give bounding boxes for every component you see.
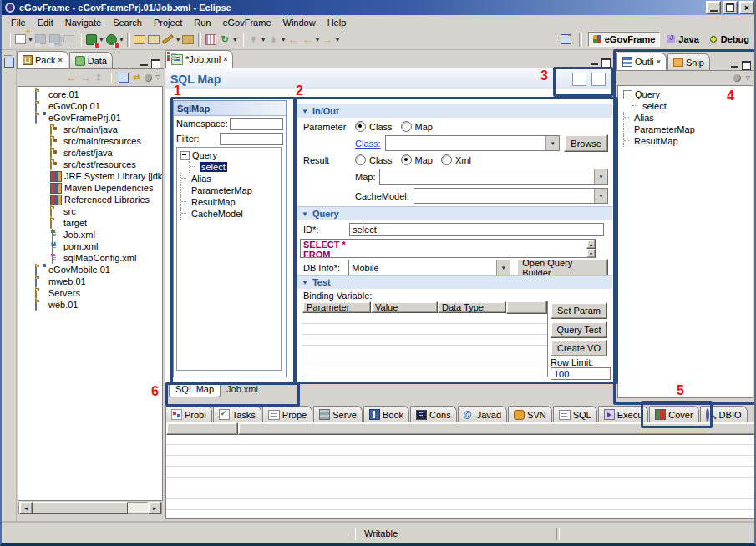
tab-javadoc[interactable]: Javad [458, 406, 507, 422]
id-input[interactable]: select [349, 223, 604, 236]
tree-item[interactable]: eGovCop.01 [18, 100, 162, 112]
new-wizard-dropdown[interactable]: ▼ [28, 37, 33, 43]
new-wizard-button[interactable] [13, 33, 28, 47]
result-map-radio[interactable] [401, 154, 412, 165]
run-button[interactable] [104, 33, 119, 47]
tab-svn[interactable]: SVN [508, 406, 552, 422]
fast-view-handle[interactable] [4, 53, 12, 56]
param-class-radio[interactable] [355, 121, 366, 132]
collapse-expander-icon[interactable] [180, 151, 190, 160]
tab-job-xml-source[interactable]: Job.xml [221, 382, 264, 397]
dropdown-arrow-icon[interactable]: ▼ [594, 189, 607, 203]
collapse-triangle-icon[interactable]: ▼ [302, 279, 308, 286]
open-resource-button[interactable] [181, 33, 195, 47]
list-layout-icon[interactable] [591, 73, 606, 86]
class-link[interactable]: Class: [355, 139, 381, 149]
result-class-radio[interactable] [355, 154, 366, 165]
tree-item[interactable]: Maven Dependencies [18, 182, 162, 194]
tab-sql[interactable]: SQL [553, 406, 597, 422]
tab-sqlmap-design[interactable]: SQL Map [169, 382, 221, 397]
dropdown-arrow-icon[interactable]: ▼ [594, 169, 607, 184]
tree-item-parametermap[interactable]: ParameterMap [180, 185, 281, 196]
param-map-radio[interactable] [401, 121, 412, 132]
perspective-java[interactable]: J Java [663, 33, 702, 46]
refresh-button[interactable]: ↻ [218, 33, 232, 47]
next-annotation-dropdown[interactable]: ▼ [281, 37, 287, 43]
close-button[interactable]: × [739, 1, 754, 14]
tree-item[interactable]: eGovMobile.01 [18, 264, 162, 276]
tab-dbio[interactable]: DBIO [700, 406, 748, 422]
filter-input[interactable] [220, 133, 284, 145]
tab-outline[interactable]: Outli × [616, 53, 667, 70]
class-combo[interactable]: ▼ [385, 135, 561, 151]
collapse-expander-icon[interactable] [623, 90, 632, 99]
menu-edit[interactable]: Edit [32, 18, 59, 28]
spin-up-icon[interactable]: ▲ [586, 240, 596, 249]
tree-item[interactable]: src/main/java [18, 124, 162, 135]
tree-item-select[interactable]: select [180, 161, 281, 173]
save-all-button[interactable] [48, 33, 62, 47]
tree-item[interactable]: JRE System Library [jdk [18, 170, 162, 182]
save-button[interactable] [33, 33, 48, 47]
tree-item[interactable]: Referenced Libraries [18, 194, 162, 205]
binding-table-body[interactable] [302, 313, 547, 376]
menu-navigate[interactable]: Navigate [59, 18, 107, 28]
forward-nav-icon[interactable]: → [81, 73, 91, 83]
tree-item[interactable]: src/main/resources [18, 135, 162, 147]
back-nav-icon[interactable]: ← [67, 73, 77, 83]
perspective-egovframe[interactable]: eGovFrame [588, 32, 661, 47]
horizontal-scrollbar[interactable]: ◄ ► [18, 502, 162, 514]
menu-help[interactable]: Help [322, 18, 353, 28]
tree-item-alias[interactable]: Alias [623, 112, 753, 124]
prev-annotation-button[interactable]: ↟ [246, 33, 261, 47]
print-button[interactable] [62, 33, 76, 47]
tree-item-resultmap[interactable]: ResultMap [623, 135, 753, 147]
back-alt-button[interactable]: ← [301, 33, 315, 47]
tab-package-explorer[interactable]: Pack × [17, 51, 68, 68]
collapse-all-icon[interactable]: − [119, 73, 129, 83]
collapse-triangle-icon[interactable]: ▼ [302, 108, 308, 115]
minimize-editor-icon[interactable] [591, 61, 598, 65]
detail-layout-icon[interactable] [572, 73, 586, 86]
tree-item[interactable]: pom.xml [18, 240, 162, 252]
set-param-button[interactable]: Set Param [551, 302, 607, 319]
spin-down-icon[interactable]: ▼ [586, 249, 596, 258]
cachemodel-combo[interactable]: ▼ [414, 188, 608, 204]
external-tools-dropdown[interactable]: ▼ [99, 37, 104, 43]
perspective-debug[interactable]: Debug [706, 33, 753, 46]
prev-annotation-dropdown[interactable]: ▼ [261, 37, 266, 43]
link-with-editor-icon[interactable]: ⇄ [133, 73, 140, 82]
plugin-button[interactable] [204, 33, 218, 47]
tree-item[interactable]: src/test/java [18, 147, 162, 159]
menu-search[interactable]: Search [107, 18, 148, 28]
dbinfo-combo[interactable]: Mobile▼ [348, 260, 510, 276]
maximize-view-icon[interactable] [151, 59, 160, 68]
open-perspective-button[interactable]: + [559, 33, 573, 47]
back-dropdown[interactable]: ▼ [315, 37, 321, 43]
view-menu-dropdown[interactable]: ▽ [746, 75, 750, 82]
scroll-right-button[interactable]: ► [148, 502, 161, 514]
paintbrush-button[interactable] [161, 33, 175, 47]
browse-button[interactable]: Browse [564, 134, 608, 152]
tree-item[interactable]: web.01 [18, 299, 162, 311]
tree-item[interactable]: src [18, 205, 162, 217]
tree-item[interactable]: target [18, 217, 162, 229]
external-tools-button[interactable] [84, 33, 99, 47]
tree-item[interactable]: Servers [18, 287, 162, 299]
tree-item-resultmap[interactable]: ResultMap [180, 196, 281, 208]
col-parameter[interactable]: Parameter [302, 301, 371, 313]
open-folder-button[interactable] [147, 33, 161, 47]
menu-file[interactable]: File [5, 18, 32, 28]
query-table-body[interactable] [166, 434, 756, 518]
col-value[interactable]: Value [371, 301, 438, 313]
tree-item-cachemodel[interactable]: CacheModel [180, 208, 281, 220]
query-section-header[interactable]: ▼ Query [297, 206, 612, 220]
col-extra[interactable] [506, 301, 547, 314]
close-icon[interactable]: × [58, 57, 62, 64]
menu-window[interactable]: Window [277, 18, 322, 28]
namespace-input[interactable] [230, 118, 283, 130]
maximize-button[interactable] [723, 1, 738, 14]
next-annotation-button[interactable]: ↡ [266, 33, 281, 47]
scrollbar-thumb[interactable] [33, 502, 128, 514]
tab-tasks[interactable]: Tasks [213, 406, 261, 422]
